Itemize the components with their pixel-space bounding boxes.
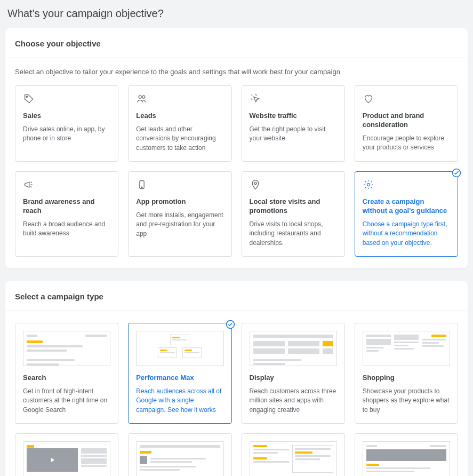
tag-icon bbox=[23, 93, 110, 105]
display-thumb bbox=[250, 331, 337, 366]
card-title: Performance Max bbox=[136, 374, 223, 383]
card-desc: Showcase your products to shoppers as th… bbox=[363, 387, 450, 415]
card-title: Shopping bbox=[363, 374, 450, 383]
objective-card-local[interactable]: Local store visits and promotions Drive … bbox=[242, 171, 345, 257]
card-title: Brand awareness and reach bbox=[23, 197, 110, 216]
check-icon bbox=[226, 320, 235, 329]
heart-icon bbox=[363, 93, 450, 105]
card-desc: Get leads and other conversions by encou… bbox=[136, 125, 223, 153]
type-card-smart[interactable]: Smart Reach customers with a one-stop so… bbox=[242, 433, 345, 476]
svg-point-5 bbox=[254, 182, 256, 184]
objective-card-leads[interactable]: Leads Get leads and other conversions by… bbox=[128, 85, 231, 162]
svg-point-2 bbox=[142, 96, 145, 98]
svg-point-0 bbox=[26, 96, 28, 98]
megaphone-icon bbox=[23, 179, 110, 191]
phone-icon bbox=[136, 179, 223, 191]
card-title: App promotion bbox=[136, 197, 223, 207]
objective-card-app[interactable]: App promotion Get more installs, engagem… bbox=[128, 171, 231, 257]
card-desc: Drive sales online, in app, by phone or … bbox=[23, 125, 110, 144]
type-card-discovery[interactable]: Discovery Run ads on YouTube, Gmail, Dis… bbox=[355, 433, 458, 476]
type-header: Select a campaign type bbox=[5, 281, 468, 311]
card-title: Sales bbox=[23, 112, 110, 121]
card-title: Leads bbox=[136, 112, 223, 121]
card-title: Product and brand consideration bbox=[363, 112, 450, 130]
discovery-thumb bbox=[363, 441, 450, 476]
type-card-shopping[interactable]: Shopping Showcase your products to shopp… bbox=[355, 323, 458, 424]
pmax-thumb bbox=[136, 331, 223, 366]
type-grid: Search Get in front of high-intent custo… bbox=[5, 311, 468, 476]
card-title: Display bbox=[250, 374, 337, 383]
video-thumb bbox=[23, 441, 110, 476]
gear-icon bbox=[363, 179, 450, 191]
type-card-video[interactable]: Video Reach viewers on YouTube and get c… bbox=[15, 433, 118, 476]
shopping-thumb bbox=[363, 331, 450, 366]
svg-point-7 bbox=[367, 184, 370, 186]
card-title: Search bbox=[23, 374, 110, 383]
svg-point-1 bbox=[139, 96, 141, 98]
type-card-app[interactable]: App Drive downloads and grow engagement … bbox=[128, 433, 231, 476]
card-desc: Reach audiences across all of Google wit… bbox=[136, 387, 223, 415]
objective-header: Choose your objective bbox=[5, 28, 468, 58]
click-icon bbox=[250, 93, 337, 105]
pin-icon bbox=[250, 179, 337, 191]
type-card-search[interactable]: Search Get in front of high-intent custo… bbox=[15, 323, 118, 424]
objective-card-traffic[interactable]: Website traffic Get the right people to … bbox=[242, 85, 345, 162]
app-thumb bbox=[136, 441, 223, 476]
objective-card-awareness[interactable]: Brand awareness and reach Reach a broad … bbox=[15, 171, 118, 257]
card-title: Local store visits and promotions bbox=[250, 197, 337, 216]
card-title: Create a campaign without a goal's guida… bbox=[363, 197, 450, 216]
card-desc: Get in front of high-intent customers at… bbox=[23, 387, 110, 415]
check-icon bbox=[452, 168, 461, 178]
objective-panel: Choose your objective Select an objectiv… bbox=[5, 28, 468, 268]
objective-card-sales[interactable]: Sales Drive sales online, in app, by pho… bbox=[15, 85, 118, 162]
card-desc: Drive visits to local shops, including r… bbox=[250, 220, 337, 248]
people-icon bbox=[136, 93, 223, 105]
type-card-pmax[interactable]: Performance Max Reach audiences across a… bbox=[128, 323, 231, 424]
objective-card-consideration[interactable]: Product and brand consideration Encourag… bbox=[355, 85, 458, 162]
card-desc: Encourage people to explore your product… bbox=[363, 134, 450, 153]
card-desc: Get more installs, engagement and pre-re… bbox=[136, 211, 223, 239]
page-title: What's your campaign objective? bbox=[0, 0, 473, 28]
card-desc: Get the right people to visit your websi… bbox=[250, 125, 337, 144]
card-desc: Reach a broad audience and build awarene… bbox=[23, 220, 110, 239]
type-card-display[interactable]: Display Reach customers across three mil… bbox=[242, 323, 345, 424]
svg-point-4 bbox=[141, 187, 142, 188]
search-thumb bbox=[23, 331, 110, 366]
objective-card-no-goal[interactable]: Create a campaign without a goal's guida… bbox=[355, 171, 458, 257]
card-desc: Reach customers across three million sit… bbox=[250, 387, 337, 415]
objective-subtext: Select an objective to tailor your exper… bbox=[5, 58, 468, 81]
card-title: Website traffic bbox=[250, 112, 337, 121]
see-how-link[interactable]: See how it works bbox=[167, 406, 216, 414]
card-desc: Choose a campaign type first, without a … bbox=[363, 220, 450, 248]
smart-thumb bbox=[250, 441, 337, 476]
type-panel: Select a campaign type Search Get in fro… bbox=[5, 281, 468, 476]
objective-grid: Sales Drive sales online, in app, by pho… bbox=[5, 81, 468, 268]
